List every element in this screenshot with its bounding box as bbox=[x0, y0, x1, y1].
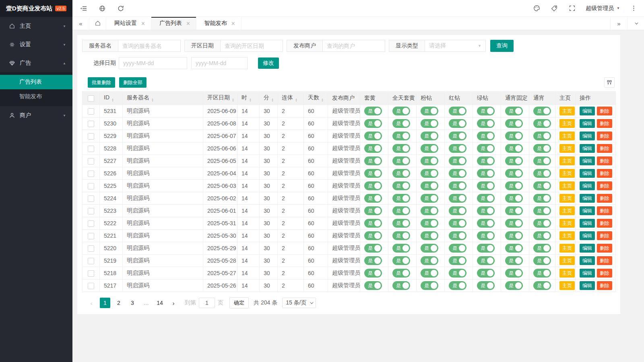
edit-button[interactable]: 编辑 bbox=[580, 269, 595, 278]
toggle-hongzuan[interactable]: 是 bbox=[449, 156, 466, 165]
delete-button[interactable]: 删除 bbox=[597, 144, 612, 153]
search-button[interactable]: 查询 bbox=[490, 40, 514, 52]
toggle-taohuang[interactable]: 是 bbox=[364, 119, 382, 128]
globe-icon[interactable] bbox=[98, 4, 106, 12]
toggle-taohuang[interactable]: 是 bbox=[364, 107, 382, 115]
edit-button[interactable]: 编辑 bbox=[580, 132, 595, 140]
prev-page-button[interactable]: ‹ bbox=[86, 298, 97, 308]
row-checkbox[interactable] bbox=[88, 220, 94, 227]
toggle-taohuang[interactable]: 是 bbox=[364, 132, 382, 140]
toggle-tongxiao-fixed[interactable]: 是 bbox=[505, 194, 523, 203]
toggle-taohuang[interactable]: 是 bbox=[364, 181, 382, 190]
toggle-fenzuan[interactable]: 是 bbox=[421, 219, 438, 228]
toggle-tongxiao[interactable]: 是 bbox=[533, 269, 551, 278]
confirm-page-button[interactable]: 确定 bbox=[229, 297, 249, 309]
toggle-allday-taohuang[interactable]: 是 bbox=[392, 156, 410, 165]
toggle-hongzuan[interactable]: 是 bbox=[449, 281, 466, 290]
homepage-button[interactable]: 主页 bbox=[559, 244, 575, 253]
toggle-hongzuan[interactable]: 是 bbox=[449, 107, 466, 115]
toggle-allday-taohuang[interactable]: 是 bbox=[392, 244, 410, 253]
edit-button[interactable]: 编辑 bbox=[580, 156, 595, 165]
homepage-button[interactable]: 主页 bbox=[559, 206, 575, 215]
toggle-allday-taohuang[interactable]: 是 bbox=[392, 231, 410, 240]
toggle-tongxiao[interactable]: 是 bbox=[533, 169, 551, 178]
sidebar-item-settings[interactable]: 设置 ▼ bbox=[0, 35, 72, 54]
toggle-tongxiao-fixed[interactable]: 是 bbox=[505, 269, 523, 278]
toggle-tongxiao[interactable]: 是 bbox=[533, 281, 551, 290]
toggle-fenzuan[interactable]: 是 bbox=[421, 194, 438, 203]
tag-icon[interactable] bbox=[550, 4, 558, 12]
toggle-fenzuan[interactable]: 是 bbox=[421, 107, 438, 115]
col-server[interactable]: 服务器名▲▼ bbox=[123, 92, 203, 105]
more-options-icon[interactable] bbox=[630, 4, 638, 12]
toggle-hongzuan[interactable]: 是 bbox=[449, 219, 466, 228]
toggle-allday-taohuang[interactable]: 是 bbox=[392, 281, 410, 290]
row-checkbox[interactable] bbox=[88, 195, 94, 202]
sidebar-item-merchant[interactable]: 商户 ▼ bbox=[0, 106, 72, 125]
toggle-fenzuan[interactable]: 是 bbox=[421, 119, 438, 128]
homepage-button[interactable]: 主页 bbox=[559, 194, 575, 203]
toggle-fenzuan[interactable]: 是 bbox=[421, 206, 438, 215]
toggle-tongxiao[interactable]: 是 bbox=[533, 219, 551, 228]
homepage-button[interactable]: 主页 bbox=[559, 169, 575, 178]
toggle-fenzuan[interactable]: 是 bbox=[421, 231, 438, 240]
toggle-hongzuan[interactable]: 是 bbox=[449, 144, 466, 153]
toggle-taohuang[interactable]: 是 bbox=[364, 256, 382, 265]
toggle-fenzuan[interactable]: 是 bbox=[421, 269, 438, 278]
row-checkbox[interactable] bbox=[88, 121, 94, 127]
homepage-button[interactable]: 主页 bbox=[559, 219, 575, 228]
toggle-lvzuan[interactable]: 是 bbox=[477, 269, 495, 278]
row-checkbox[interactable] bbox=[88, 108, 94, 115]
collapse-menu-icon[interactable] bbox=[80, 4, 88, 12]
edit-button[interactable]: 编辑 bbox=[580, 281, 595, 290]
col-id[interactable]: ID▲▼ bbox=[100, 92, 123, 105]
toggle-tongxiao[interactable]: 是 bbox=[533, 107, 551, 115]
page-button-2[interactable]: 2 bbox=[114, 298, 124, 308]
display-type-select[interactable]: 请选择 ▼ bbox=[425, 40, 486, 52]
toggle-tongxiao-fixed[interactable]: 是 bbox=[505, 244, 523, 253]
delete-all-button[interactable]: 删除全部 bbox=[119, 77, 147, 88]
toggle-taohuang[interactable]: 是 bbox=[364, 219, 382, 228]
toggle-fenzuan[interactable]: 是 bbox=[421, 144, 438, 153]
edit-button[interactable]: 编辑 bbox=[580, 181, 595, 190]
toggle-fenzuan[interactable]: 是 bbox=[421, 281, 438, 290]
sidebar-item-smart-publish[interactable]: 智能发布 bbox=[0, 89, 72, 104]
row-checkbox[interactable] bbox=[88, 208, 94, 214]
delete-button[interactable]: 删除 bbox=[597, 107, 612, 115]
delete-button[interactable]: 删除 bbox=[597, 194, 612, 203]
col-days[interactable]: 天数▲▼ bbox=[304, 92, 328, 105]
toggle-tongxiao-fixed[interactable]: 是 bbox=[505, 107, 523, 115]
theme-palette-icon[interactable] bbox=[533, 4, 541, 12]
homepage-button[interactable]: 主页 bbox=[559, 119, 575, 128]
toggle-tongxiao-fixed[interactable]: 是 bbox=[505, 119, 523, 128]
row-checkbox[interactable] bbox=[88, 270, 94, 277]
batch-delete-button[interactable]: 批量删除 bbox=[88, 77, 115, 88]
toggle-hongzuan[interactable]: 是 bbox=[449, 194, 466, 203]
toggle-tongxiao-fixed[interactable]: 是 bbox=[505, 256, 523, 265]
toggle-hongzuan[interactable]: 是 bbox=[449, 132, 466, 140]
toggle-lvzuan[interactable]: 是 bbox=[477, 169, 495, 178]
sidebar-item-ad-list[interactable]: 广告列表 bbox=[0, 75, 72, 89]
toggle-tongxiao-fixed[interactable]: 是 bbox=[505, 169, 523, 178]
toggle-allday-taohuang[interactable]: 是 bbox=[392, 181, 410, 190]
toggle-allday-taohuang[interactable]: 是 bbox=[392, 132, 410, 140]
homepage-button[interactable]: 主页 bbox=[559, 231, 575, 240]
homepage-button[interactable]: 主页 bbox=[559, 144, 575, 153]
toggle-lvzuan[interactable]: 是 bbox=[477, 281, 495, 290]
toggle-lvzuan[interactable]: 是 bbox=[477, 231, 495, 240]
modify-button[interactable]: 修改 bbox=[258, 58, 279, 69]
sort-icon[interactable]: ▲▼ bbox=[231, 98, 235, 102]
toggle-allday-taohuang[interactable]: 是 bbox=[392, 194, 410, 203]
date-end-input[interactable] bbox=[191, 57, 248, 69]
delete-button[interactable]: 删除 bbox=[597, 231, 612, 240]
row-checkbox[interactable] bbox=[88, 183, 94, 189]
toggle-tongxiao[interactable]: 是 bbox=[533, 206, 551, 215]
homepage-button[interactable]: 主页 bbox=[559, 269, 575, 278]
toggle-allday-taohuang[interactable]: 是 bbox=[392, 269, 410, 278]
toggle-allday-taohuang[interactable]: 是 bbox=[392, 107, 410, 115]
toggle-taohuang[interactable]: 是 bbox=[364, 281, 382, 290]
sort-icon[interactable]: ▲▼ bbox=[271, 98, 274, 102]
toggle-tongxiao[interactable]: 是 bbox=[533, 244, 551, 253]
close-icon[interactable]: ✕ bbox=[141, 21, 145, 26]
toggle-tongxiao-fixed[interactable]: 是 bbox=[505, 132, 523, 140]
